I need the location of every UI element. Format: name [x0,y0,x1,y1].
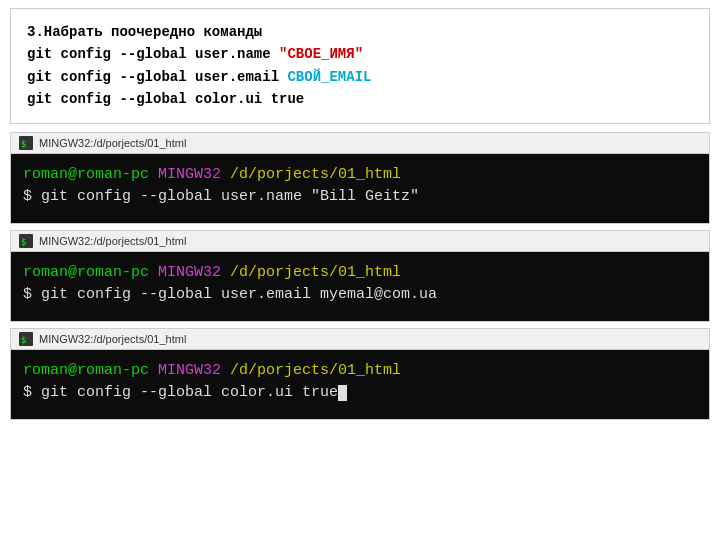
instruction-block: 3.Набрать поочередно команды git config … [10,8,710,124]
terminal-2-wrapper: $ MINGW32:/d/porjects/01_html roman@roma… [10,230,710,322]
instruction-text: 3.Набрать поочередно команды git config … [27,21,693,111]
terminal-3-titlebar: $ MINGW32:/d/porjects/01_html [10,328,710,349]
svg-text:$: $ [21,335,26,345]
terminal-1-path: /d/porjects/01_html [230,166,401,183]
terminal-1-command: $ git config --global user.name "Bill Ge… [23,186,697,209]
terminal-3-cmd-text: $ git config --global color.ui true [23,384,347,401]
terminal-2-title: MINGW32:/d/porjects/01_html [39,235,186,247]
cmd-line-3: git config --global color.ui true [27,91,304,107]
terminal-3-body: roman@roman-pc MINGW32 /d/porjects/01_ht… [10,349,710,420]
highlight-name: "СВОЕ_ИМЯ" [279,46,363,62]
terminal-3-command: $ git config --global color.ui true [23,382,697,405]
cursor [338,385,347,401]
terminal-2-icon: $ [19,234,33,248]
step-label: 3.Набрать поочередно команды [27,24,262,40]
terminal-1-prompt: roman@roman-pc MINGW32 /d/porjects/01_ht… [23,164,697,187]
terminal-2-path: /d/porjects/01_html [230,264,401,281]
terminal-2-user: roman@roman-pc [23,264,149,281]
terminal-2-cmd-text: $ git config --global user.email myemal@… [23,286,437,303]
terminal-2-prompt: roman@roman-pc MINGW32 /d/porjects/01_ht… [23,262,697,285]
highlight-email: СВОЙ_EMAIL [287,69,371,85]
terminal-3-title: MINGW32:/d/porjects/01_html [39,333,186,345]
svg-text:$: $ [21,237,26,247]
terminal-3-wrapper: $ MINGW32:/d/porjects/01_html roman@roma… [10,328,710,420]
cmd-line-1: git config --global user.name "СВОЕ_ИМЯ" [27,46,363,62]
terminal-1-title: MINGW32:/d/porjects/01_html [39,137,186,149]
terminal-3-path: /d/porjects/01_html [230,362,401,379]
svg-text:$: $ [21,139,26,149]
terminal-1-cmd-text: $ git config --global user.name "Bill Ge… [23,188,419,205]
terminal-1-dir-label: MINGW32 [158,166,221,183]
terminal-2-body: roman@roman-pc MINGW32 /d/porjects/01_ht… [10,251,710,322]
terminal-2-command: $ git config --global user.email myemal@… [23,284,697,307]
terminal-3-prompt: roman@roman-pc MINGW32 /d/porjects/01_ht… [23,360,697,383]
terminal-1-wrapper: $ MINGW32:/d/porjects/01_html roman@roma… [10,132,710,224]
terminal-3-icon: $ [19,332,33,346]
terminal-1-user: roman@roman-pc [23,166,149,183]
terminal-1-titlebar: $ MINGW32:/d/porjects/01_html [10,132,710,153]
terminal-2-dir-label: MINGW32 [158,264,221,281]
terminal-2-titlebar: $ MINGW32:/d/porjects/01_html [10,230,710,251]
cmd-line-2: git config --global user.email СВОЙ_EMAI… [27,69,371,85]
terminal-1-body: roman@roman-pc MINGW32 /d/porjects/01_ht… [10,153,710,224]
terminal-3-dir-label: MINGW32 [158,362,221,379]
terminal-1-icon: $ [19,136,33,150]
terminal-3-user: roman@roman-pc [23,362,149,379]
